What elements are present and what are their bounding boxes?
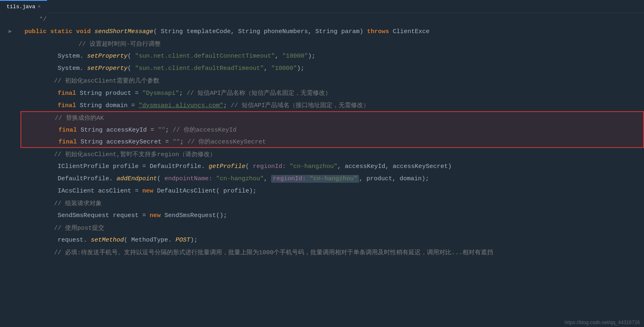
code-text: public static void sendShortMessage( Str… (25, 28, 429, 35)
code-text: final String accessKeySecret = ""; // 你的… (25, 138, 266, 146)
gutter-icon-9 (0, 111, 20, 123)
code-text: // 组装请求对象 (25, 199, 102, 207)
code-text: System. setProperty( "sun.net.client.def… (25, 53, 315, 60)
code-text: // 使用post提交 (25, 224, 104, 232)
code-line-7: final String product = "Dysmsapi"; // 短信… (20, 87, 644, 99)
code-line-4: System. setProperty( "sun.net.client.def… (20, 50, 644, 62)
code-area: */ public static void sendShortMessage( … (0, 13, 644, 327)
code-line-2: public static void sendShortMessage( Str… (20, 25, 644, 38)
code-text: SendSmsRequest request = new SendSmsRequ… (25, 212, 227, 219)
gutter-icon-5 (0, 62, 20, 74)
code-text: // 必填:待发送手机号。支持以逗号分隔的形式进行批量调用，批量上限为1000个… (25, 249, 493, 256)
code-text: // 替换成你的AK (25, 114, 104, 122)
code-text: final String accessKeyId = ""; // 你的acce… (25, 126, 236, 134)
gutter-icon-1 (0, 13, 20, 25)
code-line-19: request. setMethod( MethodType. POST); (20, 234, 644, 246)
gutter-icon-6 (0, 74, 20, 87)
gutter-icon-14 (0, 172, 20, 185)
gutter-icon-8 (0, 99, 20, 111)
gutter-icon-17 (0, 209, 20, 222)
code-line-14: DefaultProfile. addEndpoint( endpointNam… (20, 172, 644, 185)
watermark: https://blog.csdn.net/qq_44316726 (565, 320, 640, 325)
code-line-5: System. setProperty( "sun.net.client.def… (20, 62, 644, 74)
code-text: final String domain = "dysmsapi.aliyuncs… (25, 101, 369, 109)
code-text: // 初始化ascClient需要的几个参数 (25, 77, 159, 85)
code-line-17: SendSmsRequest request = new SendSmsRequ… (20, 209, 644, 222)
tab-bar: tils.java × (0, 0, 644, 13)
code-text: DefaultProfile. addEndpoint( endpointNam… (25, 175, 429, 182)
code-text: IClientProfile profile = DefaultProfile.… (25, 163, 451, 170)
code-line-13: IClientProfile profile = DefaultProfile.… (20, 160, 644, 172)
code-line-12: // 初始化ascClient,暂时不支持多region（请勿修改） (20, 148, 644, 160)
gutter-icon-11 (0, 136, 20, 148)
code-line-3: // 设置超时时间-可自行调整 (20, 38, 644, 50)
code-line-20: // 必填:待发送手机号。支持以逗号分隔的形式进行批量调用，批量上限为1000个… (20, 246, 644, 258)
code-line-10: final String accessKeyId = ""; // 你的acce… (20, 123, 644, 136)
gutter-icon-15 (0, 185, 20, 197)
gutter-icon-7 (0, 87, 20, 99)
code-text: // 设置超时时间-可自行调整 (25, 40, 161, 48)
svg-marker-0 (9, 30, 12, 33)
gutter-icon-13 (0, 160, 20, 172)
code-text: System. setProperty( "sun.net.client.def… (25, 65, 304, 72)
gutter-icon-12 (0, 148, 20, 160)
file-tab[interactable]: tils.java × (0, 0, 47, 13)
code-line-6: // 初始化ascClient需要的几个参数 (20, 74, 644, 87)
code-line-1: */ (20, 13, 644, 25)
code-text: request. setMethod( MethodType. POST); (25, 237, 197, 244)
code-text: IAcsClient acsClient = new DefaultAcsCli… (25, 188, 256, 195)
code-line-15: IAcsClient acsClient = new DefaultAcsCli… (20, 185, 644, 197)
code-line-11: final String accessKeySecret = ""; // 你的… (20, 136, 644, 148)
code-line-8: final String domain = "dysmsapi.aliyuncs… (20, 99, 644, 111)
code-line-16: // 组装请求对象 (20, 197, 644, 209)
close-icon[interactable]: × (38, 4, 40, 10)
code-text: final String product = "Dysmsapi"; // 短信… (25, 89, 331, 97)
gutter-icon-18 (0, 222, 20, 234)
gutter-icon-16 (0, 197, 20, 209)
code-line-9: // 替换成你的AK (20, 111, 644, 123)
code-content: */ public static void sendShortMessage( … (20, 13, 644, 327)
code-line-18: // 使用post提交 (20, 222, 644, 234)
editor-container: tils.java × (0, 0, 644, 327)
gutter-icon-4 (0, 50, 20, 62)
gutter-icon-19 (0, 234, 20, 246)
code-text: // 初始化ascClient,暂时不支持多region（请勿修改） (25, 150, 216, 158)
tab-label: tils.java (7, 4, 35, 10)
line-gutter (0, 13, 20, 327)
code-text: */ (25, 16, 47, 23)
gutter-icon-20 (0, 246, 20, 258)
gutter-icon-2[interactable] (0, 25, 20, 38)
gutter-icon-3 (0, 38, 20, 50)
gutter-icon-10 (0, 123, 20, 136)
